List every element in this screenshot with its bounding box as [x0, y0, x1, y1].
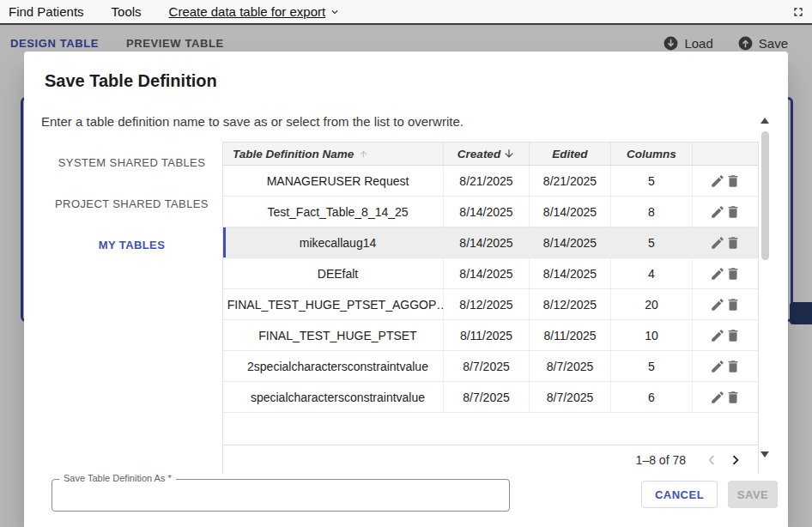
- cell-created: 8/21/2025: [444, 166, 530, 196]
- table-row-selected[interactable]: mikecallaug14 8/14/2025 8/14/2025 5: [223, 227, 758, 258]
- header-actions: [693, 142, 758, 165]
- table-row[interactable]: MANAGERUSER Request 8/21/2025 8/21/2025 …: [223, 166, 758, 197]
- cell-actions: [693, 351, 758, 381]
- sort-inactive-icon: [359, 149, 368, 159]
- trash-icon: [725, 328, 741, 343]
- delete-button[interactable]: [725, 297, 741, 312]
- table-row[interactable]: FINAL_TEST_HUGE_PTSET 8/11/2025 8/11/202…: [223, 320, 758, 351]
- save-table-definition-as-input[interactable]: [52, 480, 509, 511]
- cell-edited: 8/12/2025: [530, 289, 611, 319]
- menu-tools[interactable]: Tools: [112, 4, 142, 19]
- edit-button[interactable]: [710, 204, 725, 220]
- pencil-icon: [710, 390, 725, 405]
- cell-columns: 10: [611, 320, 693, 350]
- cell-edited: 8/11/2025: [530, 320, 611, 350]
- cell-created: 8/14/2025: [444, 258, 530, 288]
- trash-icon: [725, 235, 741, 251]
- previous-page-button[interactable]: [700, 448, 724, 472]
- cell-actions: [693, 382, 758, 412]
- delete-button[interactable]: [725, 266, 741, 282]
- cell-edited: 8/14/2025: [530, 258, 611, 288]
- table-row[interactable]: 2specialcharactersconstraintvalue 8/7/20…: [223, 351, 758, 382]
- cell-created: 8/14/2025: [444, 197, 530, 227]
- edit-button[interactable]: [710, 390, 725, 405]
- cell-actions: [693, 166, 758, 196]
- pencil-icon: [710, 359, 725, 374]
- header-name-label: Table Definition Name: [233, 148, 354, 161]
- chevron-right-icon: [726, 451, 745, 469]
- cell-actions: [693, 197, 758, 227]
- cell-name: 2specialcharactersconstraintvalue: [223, 351, 444, 381]
- delete-button[interactable]: [725, 204, 741, 220]
- grid-footer: 1–8 of 78: [223, 445, 758, 474]
- cell-columns: 8: [611, 197, 693, 227]
- cancel-button[interactable]: CANCEL: [641, 481, 718, 508]
- fullscreen-button[interactable]: [791, 5, 805, 19]
- sidebar-item-system-shared-tables[interactable]: SYSTEM SHARED TABLES: [41, 142, 222, 183]
- cell-created: 8/11/2025: [444, 320, 530, 350]
- cell-edited: 8/14/2025: [530, 227, 611, 257]
- trash-icon: [725, 359, 741, 374]
- save-button[interactable]: SAVE: [728, 481, 778, 508]
- cell-created: 8/7/2025: [444, 382, 530, 412]
- grid-empty-space: [223, 413, 758, 445]
- table-row[interactable]: specialcharactersconstraintvalue 8/7/202…: [223, 382, 758, 413]
- pencil-icon: [710, 266, 725, 282]
- delete-button[interactable]: [725, 235, 741, 251]
- cell-name: FINAL_TEST_HUGE_PTSET_AGGOP…: [223, 289, 444, 319]
- scrollbar-thumb[interactable]: [761, 131, 769, 260]
- header-table-definition-name[interactable]: Table Definition Name: [223, 142, 444, 165]
- sidebar-item-my-tables[interactable]: MY TABLES: [41, 224, 222, 265]
- cell-actions: [693, 258, 758, 288]
- edit-button[interactable]: [710, 235, 725, 251]
- dialog-title: Save Table Definition: [24, 51, 788, 91]
- cell-name: specialcharactersconstraintvalue: [223, 382, 444, 412]
- menu-create-data-table[interactable]: Create data table for export: [169, 4, 342, 19]
- save-as-field-label: Save Table Definition As *: [59, 473, 176, 483]
- dialog-scrollbar[interactable]: [759, 114, 771, 462]
- cell-actions: [693, 320, 758, 350]
- cell-edited: 8/21/2025: [530, 166, 611, 196]
- trash-icon: [725, 297, 741, 312]
- delete-button[interactable]: [725, 173, 741, 189]
- chevron-down-icon: [329, 6, 341, 18]
- scroll-up-arrow-icon[interactable]: [760, 118, 769, 124]
- cell-name: MANAGERUSER Request: [223, 166, 444, 196]
- pencil-icon: [710, 173, 725, 189]
- edit-button[interactable]: [710, 297, 725, 312]
- header-created[interactable]: Created: [444, 142, 530, 165]
- cell-created: 8/14/2025: [444, 227, 530, 257]
- sidebar-item-project-shared-tables[interactable]: PROJECT SHARED TABLES: [41, 183, 222, 224]
- edit-button[interactable]: [710, 359, 725, 374]
- cell-columns: 5: [611, 351, 693, 381]
- menu-find-patients[interactable]: Find Patients: [9, 4, 84, 19]
- pencil-icon: [710, 297, 725, 312]
- edit-button[interactable]: [710, 328, 725, 343]
- cell-columns: 6: [611, 382, 693, 412]
- header-columns[interactable]: Columns: [611, 142, 693, 165]
- table-row[interactable]: FINAL_TEST_HUGE_PTSET_AGGOP… 8/12/2025 8…: [223, 289, 758, 320]
- delete-button[interactable]: [725, 359, 741, 374]
- next-page-button[interactable]: [724, 448, 748, 472]
- edit-button[interactable]: [710, 266, 725, 282]
- table-row[interactable]: DEEfalt 8/14/2025 8/14/2025 4: [223, 258, 758, 289]
- top-menu-bar: Find Patients Tools Create data table fo…: [0, 0, 812, 25]
- delete-button[interactable]: [725, 390, 741, 405]
- delete-button[interactable]: [725, 328, 741, 343]
- pagination-range-label: 1–8 of 78: [636, 453, 686, 467]
- export-link-label: Create data table for export: [169, 4, 326, 19]
- cell-columns: 4: [611, 258, 693, 288]
- header-edited[interactable]: Edited: [530, 142, 611, 165]
- sort-desc-icon: [503, 148, 515, 160]
- scroll-down-arrow-icon[interactable]: [760, 451, 769, 457]
- save-as-field-outline: Save Table Definition As *: [52, 479, 510, 512]
- table-row[interactable]: Test_Fact_Table_8_14_25 8/14/2025 8/14/2…: [223, 197, 758, 227]
- cell-columns: 20: [611, 289, 693, 319]
- cell-actions: [693, 227, 758, 257]
- trash-icon: [725, 390, 741, 405]
- edit-button[interactable]: [710, 173, 725, 189]
- trash-icon: [725, 204, 741, 220]
- dialog-content: SYSTEM SHARED TABLES PROJECT SHARED TABL…: [41, 142, 771, 474]
- header-edited-label: Edited: [552, 148, 587, 161]
- pencil-icon: [710, 235, 725, 251]
